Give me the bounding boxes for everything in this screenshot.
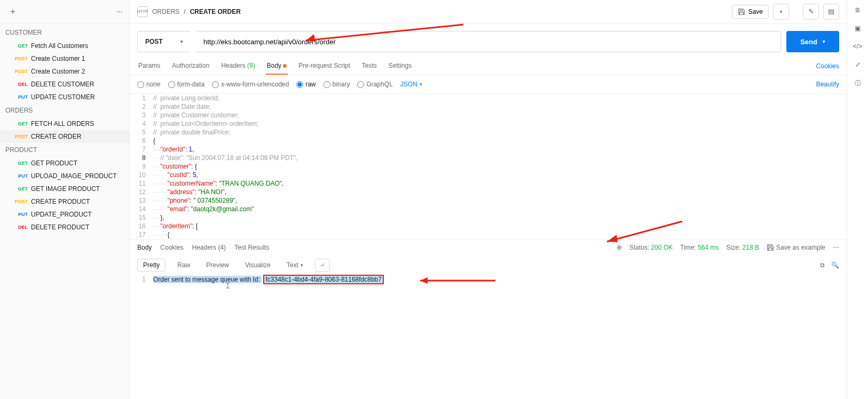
sidebar-folder[interactable]: ORDERS (0, 103, 129, 117)
sidebar-request-item[interactable]: PUTUPDATE_PRODUCT (0, 208, 129, 221)
resp-fmt-preview[interactable]: Preview (202, 259, 233, 271)
radio-x-www-form-urlencoded[interactable]: x-www-form-urlencoded (212, 81, 289, 88)
breadcrumb-bar: HTTP ORDERS / CREATE ORDER Save ▾ ✎ ▤ (130, 0, 847, 23)
request-label: DELETE PRODUCT (31, 224, 89, 231)
resp-tab-headers[interactable]: Headers (4) (192, 244, 226, 251)
edit-button[interactable]: ✎ (803, 4, 819, 20)
code-line: 15····}, (130, 213, 847, 222)
new-request-button[interactable]: + (6, 5, 19, 18)
request-label: CREATE PRODUCT (31, 198, 90, 205)
more-icon[interactable]: ⋯ (833, 244, 839, 251)
sidebar-request-item[interactable]: PUTUPDATE CUSTOMER (0, 91, 129, 103)
beautify-link[interactable]: Beautify (816, 81, 839, 88)
radio-graphql[interactable]: GraphQL (357, 81, 392, 88)
sidebar-request-item[interactable]: PUTUPLOAD_IMAGE_PRODUCT (0, 170, 129, 182)
request-tree: CUSTOMERGETFetch All CustomersPOSTCreate… (0, 23, 129, 234)
send-button[interactable]: Send ▾ (786, 31, 839, 52)
resp-tab-body[interactable]: Body (137, 244, 152, 251)
sidebar-folder[interactable]: PRODUCT (0, 143, 129, 157)
response-body[interactable]: 1 Order sent to message queue with Id: f… (130, 275, 847, 399)
sidebar-request-item[interactable]: POSTCREATE PRODUCT (0, 195, 129, 208)
save-as-example-button[interactable]: Save as example (767, 244, 825, 251)
code-line: 6{ (130, 137, 847, 145)
radio-raw[interactable]: raw (296, 81, 315, 88)
comments-button[interactable]: ▤ (823, 4, 839, 20)
radio-binary[interactable]: binary (323, 81, 350, 88)
method-badge: GET (13, 43, 28, 49)
request-label: Fetch All Customers (31, 42, 88, 50)
code-line: 9····"customer": { (130, 162, 847, 171)
copy-response-button[interactable]: ⧉ (820, 261, 825, 269)
tab-tests[interactable]: Tests (361, 58, 378, 75)
save-button[interactable]: Save (732, 5, 769, 19)
code-content: // private double finalPrice; (153, 128, 231, 137)
save-dropdown-button[interactable]: ▾ (773, 4, 789, 20)
sidebar-request-item[interactable]: DELDELETE CUSTOMER (0, 78, 129, 91)
resp-tab-cookies[interactable]: Cookies (160, 244, 183, 251)
sidebar-folder[interactable]: CUSTOMER (0, 26, 129, 39)
radio-form-data[interactable]: form-data (168, 81, 204, 88)
code-content: ····"customer": { (153, 162, 197, 171)
resp-tab-test-results[interactable]: Test Results (234, 244, 269, 251)
search-response-button[interactable]: 🔍 (831, 261, 839, 269)
pencil-icon: ✎ (808, 7, 814, 15)
sidebar-request-item[interactable]: GETGET IMAGE PRODUCT (0, 182, 129, 195)
tab-prerequest[interactable]: Pre-request Script (297, 58, 351, 75)
http-icon: HTTP (137, 6, 148, 17)
chevron-down-icon: ▾ (180, 39, 183, 44)
method-select[interactable]: POST ▾ (137, 31, 191, 52)
resp-fmt-visualize[interactable]: Visualize (241, 259, 275, 271)
sidebar-request-item[interactable]: POSTCREATE ORDER (0, 130, 129, 143)
sidebar-request-item[interactable]: GETFETCH ALL ORDERS (0, 117, 129, 130)
sidebar-request-item[interactable]: GETGET PRODUCT (0, 157, 129, 170)
method-badge: GET (13, 121, 28, 126)
network-icon[interactable]: ⊕ (617, 244, 622, 251)
sidebar-request-item[interactable]: GETFetch All Customers (0, 39, 129, 52)
code-content: // private Long orderId; (153, 94, 219, 102)
code-content: ········"customerName": "TRAN QUANG DAO"… (153, 179, 283, 188)
body-language-select[interactable]: JSON ▾ (400, 81, 422, 88)
breadcrumb-parent[interactable]: ORDERS (152, 8, 179, 15)
response-format-bar: Pretty Raw Preview Visualize Text ▾ ⤶ ⧉ … (130, 256, 847, 275)
cookies-link[interactable]: Cookies (816, 62, 839, 70)
radio-none[interactable]: none (137, 81, 161, 88)
time-value: 564 ms (698, 244, 719, 251)
sidebar-request-item[interactable]: POSTCreate Customer 1 (0, 52, 129, 65)
resp-fmt-pretty[interactable]: Pretty (137, 259, 165, 272)
tab-settings[interactable]: Settings (388, 58, 413, 75)
method-badge: POST (13, 134, 28, 139)
method-badge: POST (13, 199, 28, 204)
code-icon[interactable]: </> (853, 43, 862, 50)
line-number: 16 (130, 222, 153, 230)
wrap-lines-button[interactable]: ⤶ (315, 259, 330, 272)
line-number: 3 (130, 111, 153, 119)
code-content: ········"custId": 5, (153, 171, 198, 179)
method-badge: DEL (13, 82, 28, 87)
modified-dot-icon (283, 64, 287, 68)
comments-icon[interactable]: ▣ (855, 25, 861, 32)
line-number: 14 (130, 205, 153, 213)
method-badge: PUT (13, 94, 28, 100)
sidebar-more-icon[interactable]: ⋯ (116, 8, 123, 15)
tab-headers[interactable]: Headers (9) (220, 58, 256, 75)
tab-body[interactable]: Body (266, 58, 288, 75)
tab-authorization[interactable]: Authorization (171, 58, 210, 75)
save-icon (767, 244, 774, 251)
request-label: Create Customer 1 (31, 55, 85, 62)
tab-params[interactable]: Params (137, 58, 161, 75)
url-input[interactable] (196, 31, 781, 52)
sidebar-request-item[interactable]: POSTCreate Customer 2 (0, 65, 129, 78)
maximize-icon[interactable]: ⤢ (855, 61, 861, 68)
info-icon[interactable]: ⓘ (855, 79, 861, 88)
resp-fmt-raw[interactable]: Raw (173, 259, 194, 271)
request-label: GET IMAGE PRODUCT (31, 185, 100, 193)
request-body-editor[interactable]: 1// private Long orderId;2// private Dat… (130, 94, 847, 239)
documentation-icon[interactable]: 🗎 (855, 6, 861, 14)
request-line: POST ▾ Send ▾ (130, 23, 847, 58)
request-label: UPDATE CUSTOMER (31, 93, 95, 101)
code-line: 1// private Long orderId; (130, 94, 847, 102)
response-language-select[interactable]: Text ▾ (282, 259, 307, 271)
sidebar-request-item[interactable]: DELDELETE PRODUCT (0, 221, 129, 234)
chevron-down-icon: ▾ (301, 262, 303, 268)
response-id: fc3348c1-4bd4-4fa9-8063-81168fdc8bb7 (263, 275, 384, 284)
